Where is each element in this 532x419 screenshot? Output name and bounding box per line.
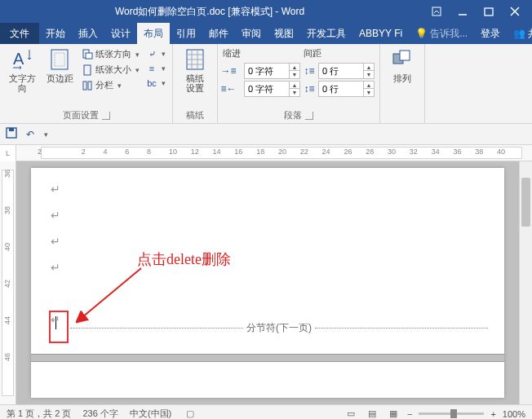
svg-rect-2	[485, 8, 493, 15]
paragraph-label: 段落	[284, 109, 302, 121]
status-words[interactable]: 236 个字	[82, 408, 117, 419]
space-before-input[interactable]: ▲▼	[318, 63, 375, 79]
draft-label: 稿纸	[186, 109, 204, 121]
breaks-icon: ⤶	[146, 48, 157, 60]
spacing-label: 间距	[304, 47, 375, 61]
close-icon[interactable]	[509, 6, 521, 17]
svg-rect-7	[55, 53, 64, 66]
indent-right-icon: ≡←	[223, 83, 234, 95]
lightbulb-icon: 💡	[415, 28, 428, 39]
page-setup-launcher[interactable]	[102, 112, 110, 120]
paragraph-mark: ↵	[51, 183, 60, 196]
indent-left-input[interactable]: ▲▼	[244, 63, 300, 79]
svg-rect-9	[86, 53, 92, 59]
tab-references[interactable]: 引用	[170, 23, 202, 44]
login-button[interactable]: 登录	[474, 23, 507, 44]
window-title: Word如何删除空白页.doc [兼容模式] - Word	[115, 5, 304, 19]
ribbon-tabs: 文件 开始 插入 设计 布局 引用 邮件 审阅 视图 开发工具 ABBYY Fi…	[0, 23, 532, 44]
read-mode-icon[interactable]: ▭	[344, 408, 358, 420]
horizontal-ruler[interactable]: 2246810121416182022242628303234363840	[16, 145, 532, 161]
group-paragraph: 缩进 间距 →≡ ▲▼ ↕≡▲▼ ≡← ▲▼ ↕≡▲▼ 段落	[218, 44, 380, 123]
indent-right-input[interactable]: ▲▼	[244, 81, 300, 97]
tab-abbyy[interactable]: ABBYY Fi	[352, 23, 409, 44]
annotation-text: 点击delete删除	[137, 249, 231, 269]
undo-icon[interactable]: ↶	[26, 129, 34, 140]
tell-me[interactable]: 💡告诉我...	[409, 23, 474, 44]
indent-left-icon: →≡	[223, 65, 234, 77]
svg-line-23	[82, 268, 141, 317]
tab-view[interactable]: 视图	[268, 23, 300, 44]
vertical-ruler[interactable]: 363840424446	[0, 161, 16, 404]
tab-design[interactable]: 设计	[104, 23, 137, 44]
paragraph-launcher[interactable]	[305, 112, 313, 120]
document-area: 363840424446 ↵ ↵ ↵ ↵ 点击delete删除 分节符(下一页)…	[0, 161, 532, 404]
group-page-setup: A 文字方向 页边距 纸张方向▾ 纸张大小▾ 分栏▾ ⤶▾ ≡▾ bc▾ 页面设…	[0, 44, 173, 123]
group-draft: 稿纸 设置 稿纸	[173, 44, 218, 123]
titlebar: Word如何删除空白页.doc [兼容模式] - Word	[0, 0, 532, 23]
quick-access-toolbar: ↶ ▾	[0, 124, 532, 145]
zoom-out-icon[interactable]: −	[407, 409, 412, 419]
zoom-level[interactable]: 100%	[503, 409, 525, 419]
ribbon-options-icon[interactable]	[431, 6, 442, 17]
breaks-button[interactable]: ⤶▾	[144, 47, 167, 60]
ruler-row: L 2246810121416182022242628303234363840	[0, 145, 532, 161]
draft-icon	[183, 47, 207, 72]
macro-record-icon[interactable]: ▢	[183, 408, 197, 420]
svg-rect-10	[84, 65, 91, 75]
svg-rect-11	[83, 82, 86, 90]
hyphenation-button[interactable]: bc▾	[144, 77, 167, 90]
draft-settings-button[interactable]: 稿纸 设置	[178, 47, 212, 93]
group-arrange: 排列	[380, 44, 425, 123]
ruler-corner: L	[0, 145, 16, 161]
status-page[interactable]: 第 1 页，共 2 页	[7, 408, 71, 419]
tab-mailings[interactable]: 邮件	[202, 23, 235, 44]
zoom-slider[interactable]	[419, 412, 484, 415]
tab-file[interactable]: 文件	[0, 23, 39, 44]
share-button[interactable]: 👥共享	[507, 23, 532, 44]
maximize-icon[interactable]	[483, 6, 494, 17]
page-break-gap	[31, 354, 504, 362]
orientation-button[interactable]: 纸张方向▾	[80, 47, 141, 61]
vertical-scrollbar[interactable]	[519, 161, 532, 404]
size-button[interactable]: 纸张大小▾	[80, 63, 141, 77]
svg-rect-22	[9, 128, 14, 131]
line-numbers-button[interactable]: ≡▾	[144, 62, 167, 75]
zoom-in-icon[interactable]: +	[490, 409, 495, 419]
page[interactable]: ↵ ↵ ↵ ↵ 点击delete删除 分节符(下一页) ↵ ↵	[31, 168, 504, 398]
tab-home[interactable]: 开始	[39, 23, 72, 44]
columns-button[interactable]: 分栏▾	[80, 78, 141, 92]
svg-text:A: A	[13, 50, 24, 68]
text-direction-icon: A	[10, 47, 34, 72]
space-after-input[interactable]: ▲▼	[318, 81, 375, 97]
paragraph-mark: ↵	[51, 236, 60, 248]
share-icon: 👥	[513, 28, 525, 39]
paragraph-mark: ↵	[51, 210, 60, 222]
minimize-icon[interactable]	[457, 6, 468, 17]
tab-review[interactable]: 审阅	[235, 23, 268, 44]
tab-layout[interactable]: 布局	[137, 23, 170, 44]
web-layout-icon[interactable]: ▦	[386, 408, 401, 420]
margins-button[interactable]: 页边距	[42, 47, 77, 83]
hyphenation-icon: bc	[146, 77, 157, 89]
qat-dropdown[interactable]: ▾	[44, 130, 48, 139]
space-before-icon: ↕≡	[304, 65, 315, 77]
scrollbar-thumb[interactable]	[521, 178, 530, 227]
text-direction-button[interactable]: A 文字方向	[5, 47, 39, 93]
space-after-icon: ↕≡	[304, 83, 315, 95]
tab-insert[interactable]: 插入	[72, 23, 104, 44]
orientation-icon	[82, 49, 93, 60]
tab-developer[interactable]: 开发工具	[300, 23, 352, 44]
print-layout-icon[interactable]: ▤	[365, 408, 379, 420]
page-viewport[interactable]: ↵ ↵ ↵ ↵ 点击delete删除 分节符(下一页) ↵ ↵	[16, 161, 519, 404]
columns-icon	[82, 80, 93, 91]
svg-rect-12	[88, 82, 91, 90]
save-icon[interactable]	[5, 126, 18, 142]
annotation-arrow	[76, 264, 149, 329]
indent-label: 缩进	[223, 47, 241, 61]
svg-rect-20	[400, 51, 410, 60]
status-language[interactable]: 中文(中国)	[130, 408, 171, 419]
arrange-button[interactable]: 排列	[385, 47, 419, 83]
paragraph-mark: ↵	[51, 313, 60, 327]
paragraph-mark: ↵	[51, 262, 60, 274]
page-setup-label: 页面设置	[63, 109, 99, 121]
